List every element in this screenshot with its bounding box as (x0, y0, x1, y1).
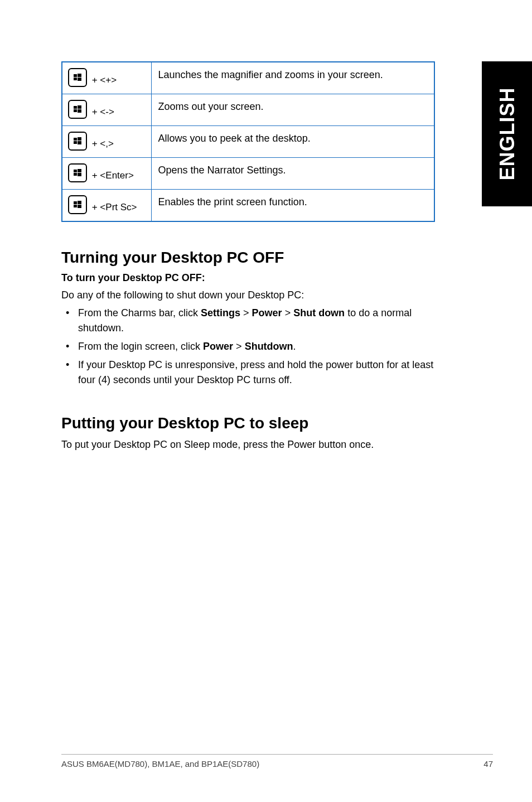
shortcut-description: Opens the Narrator Settings. (151, 158, 434, 190)
svg-rect-11 (78, 141, 81, 144)
key-combo-cell: + <-> (62, 94, 151, 126)
key-combo-cell: + <Prt Sc> (62, 190, 151, 222)
text: . (293, 341, 296, 352)
section-heading-off: Turning your Desktop PC OFF (61, 249, 435, 267)
text: From the Charms bar, click (78, 307, 201, 318)
table-row: + <Enter> Opens the Narrator Settings. (62, 158, 434, 190)
key-combo-text: + <Enter> (89, 170, 134, 181)
text: > (233, 341, 245, 352)
shortcut-description: Enables the print screen function. (151, 190, 434, 222)
language-tab: ENGLISH (482, 61, 532, 206)
svg-rect-4 (74, 106, 77, 109)
svg-rect-7 (78, 109, 81, 113)
text: > (240, 307, 252, 318)
section-off-subheading: To turn your Desktop PC OFF: (61, 272, 435, 284)
svg-rect-16 (74, 201, 77, 204)
key-combo-cell: + <+> (62, 62, 151, 94)
key-combo-text: + <+> (89, 75, 117, 85)
key-combo-cell: + <,> (62, 126, 151, 158)
list-item: From the Charms bar, click Settings > Po… (61, 306, 435, 336)
bold-text: Settings (201, 307, 240, 318)
svg-rect-13 (78, 169, 81, 172)
windows-key-icon (68, 163, 87, 182)
list-item: From the login screen, click Power > Shu… (61, 339, 435, 354)
svg-rect-9 (78, 137, 81, 141)
svg-rect-1 (78, 74, 81, 77)
bold-text: Shut down (293, 307, 345, 318)
svg-rect-0 (74, 74, 77, 77)
shortcut-description: Zooms out your screen. (151, 94, 434, 126)
key-combo-cell: + <Enter> (62, 158, 151, 190)
key-combo-text: + <-> (89, 107, 114, 117)
list-item: If your Desktop PC is unresponsive, pres… (61, 357, 435, 388)
language-tab-label: ENGLISH (495, 87, 519, 180)
svg-rect-5 (78, 105, 81, 109)
page-content: + <+> Launches the magnifier and zooms i… (0, 0, 468, 452)
text: > (282, 307, 294, 318)
windows-key-icon (68, 132, 87, 151)
windows-key-icon (68, 68, 87, 87)
svg-rect-15 (78, 173, 81, 176)
svg-rect-2 (74, 78, 77, 80)
svg-rect-3 (78, 78, 81, 81)
windows-key-icon (68, 195, 87, 214)
shortcut-description: Allows you to peek at the desktop. (151, 126, 434, 158)
bold-text: Power (203, 341, 233, 352)
svg-rect-8 (74, 138, 77, 141)
section-sleep-body: To put your Desktop PC on Sleep mode, pr… (61, 438, 435, 452)
footer-model: ASUS BM6AE(MD780), BM1AE, and BP1AE(SD78… (61, 759, 259, 769)
section-off-intro: Do any of the following to shut down you… (61, 288, 435, 302)
shortcut-description: Launches the magnifier and zooms in your… (151, 62, 434, 94)
svg-rect-10 (74, 141, 77, 144)
section-off-bullets: From the Charms bar, click Settings > Po… (61, 306, 435, 388)
svg-rect-19 (78, 205, 81, 208)
svg-rect-6 (74, 109, 77, 112)
footer-page-number: 47 (483, 759, 493, 769)
table-row: + <Prt Sc> Enables the print screen func… (62, 190, 434, 222)
bold-text: Power (252, 307, 282, 318)
key-combo-text: + <Prt Sc> (89, 202, 137, 212)
svg-rect-17 (78, 201, 81, 204)
table-row: + <+> Launches the magnifier and zooms i… (62, 62, 434, 94)
windows-key-icon (68, 100, 87, 119)
table-row: + <,> Allows you to peek at the desktop. (62, 126, 434, 158)
section-heading-sleep: Putting your Desktop PC to sleep (61, 414, 435, 432)
svg-rect-12 (74, 170, 77, 172)
shortcuts-table: + <+> Launches the magnifier and zooms i… (61, 61, 435, 222)
text: From the login screen, click (78, 341, 203, 352)
table-row: + <-> Zooms out your screen. (62, 94, 434, 126)
bold-text: Shutdown (245, 341, 293, 352)
svg-rect-14 (74, 173, 77, 176)
svg-rect-18 (74, 205, 77, 207)
key-combo-text: + <,> (89, 138, 114, 149)
page-footer: ASUS BM6AE(MD780), BM1AE, and BP1AE(SD78… (61, 754, 493, 769)
